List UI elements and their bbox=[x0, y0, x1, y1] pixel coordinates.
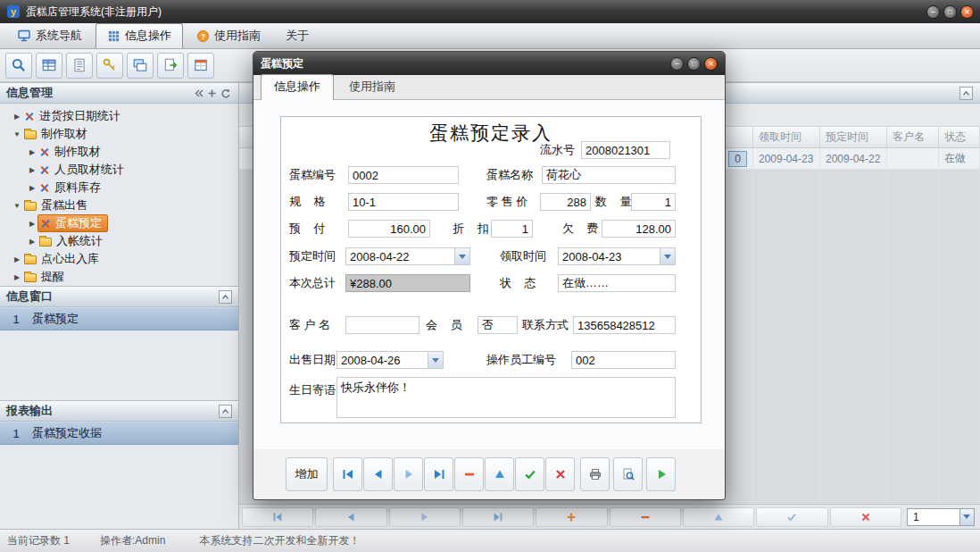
collapse-left-icon[interactable] bbox=[192, 87, 205, 100]
chevron-down-icon[interactable] bbox=[660, 248, 675, 264]
serial-input[interactable] bbox=[581, 141, 670, 159]
chevron-down-icon[interactable] bbox=[12, 130, 22, 138]
tree-item-reminder[interactable]: 提醒 bbox=[0, 268, 238, 286]
next-record-button[interactable] bbox=[394, 457, 423, 491]
chevron-right-icon[interactable] bbox=[12, 273, 22, 281]
spec-input[interactable] bbox=[348, 193, 459, 211]
last-record-button[interactable] bbox=[424, 457, 453, 491]
status-input[interactable] bbox=[558, 274, 676, 292]
table-cell-reserve-time[interactable]: 2009-04-22 bbox=[820, 148, 887, 169]
table-cell-pickup-time[interactable]: 2009-04-23 bbox=[753, 148, 820, 169]
nav-cancel-button[interactable] bbox=[830, 507, 901, 527]
tree-item-account-stats[interactable]: 入帐统计 bbox=[0, 232, 238, 250]
cancel-button[interactable] bbox=[545, 457, 575, 491]
chevron-up-icon[interactable] bbox=[219, 290, 232, 304]
tab-about[interactable]: 关于 bbox=[274, 23, 320, 48]
dialog-maximize-button[interactable] bbox=[687, 57, 701, 71]
operator-id-input[interactable] bbox=[571, 351, 676, 369]
pickup-time-dropdown[interactable]: 2008-04-23 bbox=[558, 247, 676, 265]
discount-input[interactable] bbox=[491, 220, 533, 238]
close-button[interactable] bbox=[960, 5, 974, 19]
nav-prev-button[interactable] bbox=[315, 507, 386, 527]
chevron-down-icon[interactable] bbox=[454, 248, 469, 264]
minimize-button[interactable] bbox=[926, 5, 940, 19]
table-header-status[interactable]: 状态 bbox=[939, 127, 980, 147]
pager-dropdown-button[interactable] bbox=[959, 509, 974, 525]
dialog-tab-info-operation[interactable]: 信息操作 bbox=[261, 74, 334, 100]
chevron-down-icon[interactable] bbox=[12, 202, 22, 210]
post-record-button[interactable] bbox=[485, 457, 514, 491]
tree-item-raw-material-stock[interactable]: 原料库存 bbox=[0, 179, 238, 197]
price-input[interactable] bbox=[540, 193, 591, 211]
tree-item-material-make[interactable]: 制作取材 bbox=[0, 143, 238, 161]
chevron-right-icon[interactable] bbox=[12, 113, 22, 121]
print-preview-button[interactable] bbox=[613, 457, 643, 491]
cake-id-input[interactable] bbox=[348, 166, 459, 184]
table-cell-status[interactable]: 在做 bbox=[939, 148, 980, 169]
nav-confirm-button[interactable] bbox=[756, 507, 827, 527]
delete-record-button[interactable] bbox=[454, 457, 484, 491]
record-pager[interactable]: 1 bbox=[907, 508, 975, 526]
table-header-customer[interactable]: 客户名 bbox=[887, 127, 939, 147]
chevron-right-icon[interactable] bbox=[27, 148, 37, 156]
arrears-input[interactable] bbox=[602, 220, 676, 238]
wish-textarea[interactable]: 快乐永伴你！ bbox=[336, 377, 676, 418]
prepay-input[interactable] bbox=[348, 220, 430, 238]
tree-item-cake-reservation[interactable]: 蛋糕预定 bbox=[0, 214, 238, 232]
sale-date-dropdown[interactable]: 2008-04-26 bbox=[336, 351, 444, 369]
member-input[interactable] bbox=[478, 316, 518, 334]
tree-folder-cake-sale[interactable]: 蛋糕出售 bbox=[0, 197, 238, 214]
tree-folder-material[interactable]: 制作取材 bbox=[0, 125, 238, 143]
nav-add-button[interactable] bbox=[536, 507, 607, 527]
chevron-right-icon[interactable] bbox=[27, 220, 37, 228]
chevron-right-icon[interactable] bbox=[27, 184, 37, 192]
tree-item-purchase-stats[interactable]: 进货按日期统计 bbox=[0, 107, 238, 125]
info-window-list-item[interactable]: 1 蛋糕预定 bbox=[0, 307, 238, 330]
tab-user-guide[interactable]: ? 使用指南 bbox=[185, 23, 272, 48]
tree-item-snack-inventory[interactable]: 点心出入库 bbox=[0, 250, 238, 268]
calendar-button[interactable] bbox=[187, 53, 214, 79]
chevron-up-icon[interactable] bbox=[219, 405, 232, 418]
table-cell-customer[interactable] bbox=[887, 148, 939, 169]
contact-input[interactable] bbox=[573, 316, 676, 334]
search-button[interactable] bbox=[5, 53, 32, 79]
nav-last-button[interactable] bbox=[462, 507, 534, 527]
execute-button[interactable] bbox=[646, 457, 676, 491]
tab-system-navigation[interactable]: 系统导航 bbox=[5, 23, 94, 48]
first-record-button[interactable] bbox=[333, 457, 362, 491]
windows-button[interactable] bbox=[127, 53, 154, 79]
dialog-close-button[interactable] bbox=[704, 57, 718, 71]
chevron-down-icon[interactable] bbox=[428, 352, 443, 368]
table-view-button[interactable] bbox=[36, 53, 62, 79]
table-header-reserve-time[interactable]: 预定时间 bbox=[820, 127, 887, 147]
report-list-item[interactable]: 1 蛋糕预定收据 bbox=[0, 422, 238, 445]
add-button[interactable]: 增加 bbox=[286, 457, 328, 491]
document-button[interactable] bbox=[66, 53, 93, 79]
nav-delete-button[interactable] bbox=[610, 507, 681, 527]
tab-info-operation[interactable]: 信息操作 bbox=[96, 23, 183, 48]
chevron-right-icon[interactable] bbox=[27, 238, 37, 246]
customer-input[interactable] bbox=[345, 316, 419, 334]
quantity-input[interactable] bbox=[631, 193, 676, 211]
tree-item-staff-material-stats[interactable]: 人员取材统计 bbox=[0, 161, 238, 179]
print-button[interactable] bbox=[580, 457, 610, 491]
nav-first-button[interactable] bbox=[242, 507, 313, 527]
selected-cell-value[interactable]: 0 bbox=[728, 151, 747, 167]
cake-name-input[interactable] bbox=[542, 166, 676, 184]
chevron-right-icon[interactable] bbox=[12, 255, 22, 263]
table-header-pickup-time[interactable]: 领取时间 bbox=[753, 127, 820, 147]
nav-post-button[interactable] bbox=[683, 507, 754, 527]
maximize-button[interactable] bbox=[943, 5, 957, 19]
refresh-icon[interactable] bbox=[219, 87, 232, 100]
reserve-time-dropdown[interactable]: 2008-04-22 bbox=[345, 247, 470, 265]
confirm-button[interactable] bbox=[515, 457, 544, 491]
keys-button[interactable] bbox=[96, 53, 123, 79]
chevron-right-icon[interactable] bbox=[27, 166, 37, 174]
chevron-up-icon[interactable] bbox=[959, 87, 973, 100]
nav-next-button[interactable] bbox=[389, 507, 461, 527]
add-icon[interactable] bbox=[205, 87, 219, 100]
dialog-tab-user-guide[interactable]: 使用指南 bbox=[336, 74, 409, 99]
dialog-minimize-button[interactable] bbox=[670, 57, 684, 71]
prev-record-button[interactable] bbox=[363, 457, 393, 491]
export-button[interactable] bbox=[157, 53, 184, 79]
